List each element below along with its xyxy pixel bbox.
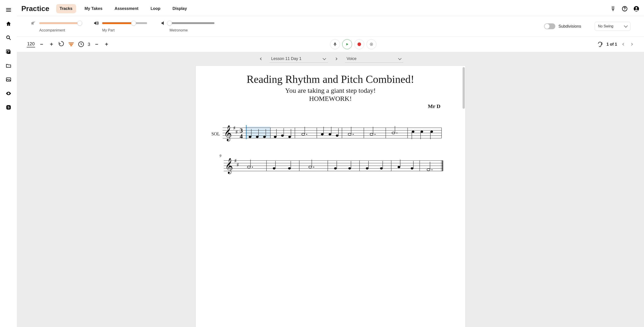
score-composer: Mr D	[212, 103, 450, 109]
accompaniment-slider[interactable]	[39, 22, 80, 24]
svg-point-112	[431, 169, 432, 170]
my-part-slider[interactable]	[102, 22, 147, 24]
next-page-button[interactable]	[630, 42, 634, 46]
app-s-icon[interactable]: S	[6, 104, 12, 110]
tempo-input[interactable]: 120	[27, 41, 35, 48]
svg-text:S: S	[7, 105, 10, 109]
svg-point-11	[636, 7, 637, 8]
svg-text:♯: ♯	[236, 162, 239, 168]
loop-button[interactable]	[366, 39, 376, 49]
home-icon[interactable]	[6, 21, 12, 27]
help-icon[interactable]	[622, 6, 628, 12]
score-subtitle: You are taking a giant step today!	[212, 87, 450, 94]
svg-point-91	[272, 167, 275, 170]
svg-point-102	[366, 167, 368, 170]
staff-system-1: SOL 𝄞	[212, 125, 450, 142]
swing-select-value: No Swing	[598, 24, 613, 28]
svg-point-93	[288, 167, 291, 170]
track-metronome: Metronome	[160, 20, 214, 32]
svg-rect-17	[246, 125, 247, 139]
score-paper[interactable]: Reading Rhythm and Pitch Combined! You a…	[196, 66, 465, 327]
svg-point-42	[274, 136, 277, 138]
record-button[interactable]	[354, 39, 364, 49]
svg-point-36	[249, 136, 252, 138]
play-button[interactable]	[342, 39, 352, 49]
svg-point-46	[288, 136, 291, 138]
left-sidebar: S	[0, 0, 17, 327]
metronome-slider[interactable]	[170, 22, 214, 24]
subdivisions-label: Subdivisions	[558, 24, 581, 29]
part-select-value: Voice	[347, 56, 356, 61]
svg-point-90	[252, 167, 253, 168]
lesson-select[interactable]: Lesson 11 Day 1	[270, 55, 328, 63]
eye-icon[interactable]	[6, 90, 12, 96]
tempo-reset-icon[interactable]	[58, 41, 65, 48]
tempo-plus-button[interactable]: +	[48, 41, 55, 48]
svg-point-9	[624, 10, 625, 10]
svg-point-59	[353, 134, 354, 135]
svg-point-106	[398, 166, 400, 168]
folder-icon[interactable]	[6, 62, 12, 69]
mic-button[interactable]	[330, 39, 340, 49]
tempo-minus-button[interactable]: −	[38, 41, 45, 48]
listen-icon[interactable]	[596, 41, 603, 48]
account-icon[interactable]	[633, 6, 640, 12]
swing-select[interactable]: No Swing	[594, 22, 630, 31]
countin-icon	[78, 41, 84, 48]
staff-2: 𝄞 ♯ ♯	[223, 158, 443, 176]
page-indicator: 1 of 1	[606, 42, 617, 47]
svg-text:𝄞: 𝄞	[224, 125, 232, 142]
staff-1: 𝄞 ♯ ♯ 3 4	[222, 125, 442, 142]
svg-point-44	[281, 134, 284, 137]
track-my-part: My Part	[93, 20, 147, 32]
svg-point-57	[348, 133, 351, 136]
next-lesson-button[interactable]	[333, 56, 340, 62]
volume-icon[interactable]	[93, 20, 99, 26]
tab-my-takes[interactable]: My Takes	[81, 4, 106, 13]
svg-point-100	[348, 167, 351, 170]
svg-point-68	[420, 130, 423, 133]
image-icon[interactable]	[6, 76, 12, 83]
svg-point-48	[302, 133, 305, 136]
lesson-select-value: Lesson 11 Day 1	[271, 56, 302, 61]
search-icon[interactable]	[6, 34, 12, 41]
part-select[interactable]: Voice	[345, 55, 403, 63]
library-icon[interactable]	[6, 48, 12, 55]
score-area: Lesson 11 Day 1 Voice Reading Rhythm and…	[17, 52, 644, 327]
volume-low-icon[interactable]	[160, 20, 166, 26]
track-accompaniment: Accompaniment	[30, 20, 80, 32]
score-title: Reading Rhythm and Pitch Combined!	[212, 73, 450, 85]
tab-display[interactable]: Display	[169, 4, 190, 13]
svg-point-5	[8, 93, 9, 94]
tab-tracks[interactable]: Tracks	[56, 4, 76, 13]
svg-point-88	[247, 166, 250, 168]
subdivisions-toggle[interactable]	[544, 23, 555, 29]
svg-point-97	[313, 167, 314, 168]
svg-point-110	[427, 169, 430, 171]
countin-minus-button[interactable]: −	[94, 41, 100, 48]
page-title: Practice	[21, 4, 50, 13]
tab-loop[interactable]: Loop	[147, 4, 164, 13]
countin-value: 3	[88, 42, 90, 47]
tuner-icon[interactable]	[610, 6, 616, 12]
prev-page-button[interactable]	[621, 42, 626, 46]
filter-icon[interactable]	[68, 41, 74, 48]
tab-assessment[interactable]: Assessment	[111, 4, 142, 13]
svg-text:𝄞: 𝄞	[225, 158, 233, 174]
svg-point-70	[430, 130, 433, 133]
svg-point-62	[374, 134, 376, 135]
svg-text:4: 4	[240, 133, 243, 140]
svg-point-51	[321, 133, 324, 136]
svg-point-55	[336, 134, 338, 137]
svg-point-104	[380, 167, 383, 170]
tabs: Tracks My Takes Assessment Loop Display	[56, 4, 191, 13]
prev-lesson-button[interactable]	[258, 56, 264, 62]
scrollbar-thumb[interactable]	[462, 67, 465, 109]
mute-icon[interactable]	[30, 20, 36, 26]
svg-point-108	[411, 167, 414, 170]
menu-icon[interactable]	[6, 7, 12, 13]
metronome-label: Metronome	[170, 28, 214, 32]
my-part-label: My Part	[102, 28, 147, 32]
countin-plus-button[interactable]: +	[103, 41, 110, 48]
svg-point-53	[329, 133, 332, 136]
